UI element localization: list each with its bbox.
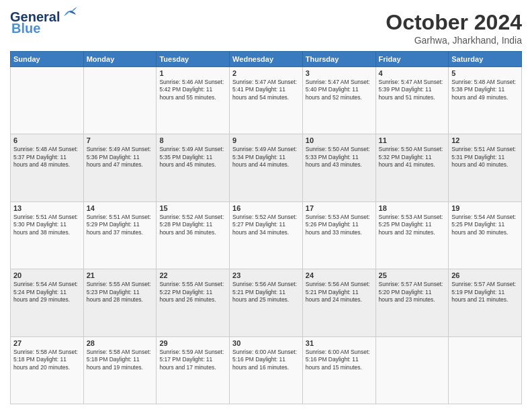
cell-info: Sunrise: 5:47 AM Sunset: 5:40 PM Dayligh… [306,79,373,101]
calendar-cell: 11Sunrise: 5:50 AM Sunset: 5:32 PM Dayli… [375,134,449,201]
cell-info: Sunrise: 5:51 AM Sunset: 5:31 PM Dayligh… [451,146,519,169]
cell-info: Sunrise: 5:52 AM Sunset: 5:28 PM Dayligh… [159,214,226,236]
logo: General Blue [10,10,77,36]
cell-info: Sunrise: 5:58 AM Sunset: 5:18 PM Dayligh… [13,349,81,371]
cell-info: Sunrise: 5:50 AM Sunset: 5:32 PM Dayligh… [379,146,446,169]
cell-info: Sunrise: 5:59 AM Sunset: 5:17 PM Dayligh… [159,349,226,371]
day-number: 2 [232,69,300,77]
calendar-cell: 22Sunrise: 5:55 AM Sunset: 5:22 PM Dayli… [157,269,230,336]
day-number: 31 [306,339,373,347]
day-number: 10 [306,136,373,144]
calendar-cell: 3Sunrise: 5:47 AM Sunset: 5:40 PM Daylig… [302,67,375,134]
calendar-header-saturday: Saturday [449,52,522,67]
cell-info: Sunrise: 5:58 AM Sunset: 5:18 PM Dayligh… [87,349,154,371]
calendar-cell: 16Sunrise: 5:52 AM Sunset: 5:27 PM Dayli… [230,201,303,269]
cell-info: Sunrise: 5:54 AM Sunset: 5:24 PM Dayligh… [13,281,81,304]
calendar-cell: 9Sunrise: 5:49 AM Sunset: 5:34 PM Daylig… [230,134,303,201]
calendar-cell: 1Sunrise: 5:46 AM Sunset: 5:42 PM Daylig… [157,67,230,134]
day-number: 6 [13,136,81,144]
day-number: 27 [13,339,81,347]
day-number: 9 [232,136,300,144]
calendar-cell: 15Sunrise: 5:52 AM Sunset: 5:28 PM Dayli… [157,201,230,269]
day-number: 1 [159,69,226,77]
calendar-cell: 18Sunrise: 5:53 AM Sunset: 5:25 PM Dayli… [375,201,449,269]
day-number: 12 [451,136,519,144]
day-number: 15 [159,204,226,212]
calendar-cell: 24Sunrise: 5:56 AM Sunset: 5:21 PM Dayli… [302,269,375,336]
day-number: 5 [451,69,519,77]
cell-info: Sunrise: 5:54 AM Sunset: 5:25 PM Dayligh… [451,214,519,236]
cell-info: Sunrise: 6:00 AM Sunset: 5:16 PM Dayligh… [232,349,300,371]
calendar-cell: 10Sunrise: 5:50 AM Sunset: 5:33 PM Dayli… [302,134,375,201]
day-number: 13 [13,204,81,212]
month-title: October 2024 [386,10,522,35]
cell-info: Sunrise: 5:47 AM Sunset: 5:39 PM Dayligh… [379,79,446,101]
calendar-week-1: 1Sunrise: 5:46 AM Sunset: 5:42 PM Daylig… [11,67,522,134]
day-number: 21 [87,271,154,279]
day-number: 7 [87,136,154,144]
calendar-cell: 14Sunrise: 5:51 AM Sunset: 5:29 PM Dayli… [83,201,157,269]
day-number: 29 [159,339,226,347]
day-number: 26 [451,271,519,279]
cell-info: Sunrise: 5:50 AM Sunset: 5:33 PM Dayligh… [306,146,373,169]
cell-info: Sunrise: 5:48 AM Sunset: 5:37 PM Dayligh… [13,146,81,169]
cell-info: Sunrise: 5:52 AM Sunset: 5:27 PM Dayligh… [232,214,300,236]
location: Garhwa, Jharkhand, India [386,35,522,46]
day-number: 14 [87,204,154,212]
calendar-cell: 17Sunrise: 5:53 AM Sunset: 5:26 PM Dayli… [302,201,375,269]
day-number: 23 [232,271,300,279]
calendar-header-row: SundayMondayTuesdayWednesdayThursdayFrid… [11,52,522,67]
calendar-cell: 29Sunrise: 5:59 AM Sunset: 5:17 PM Dayli… [157,336,230,404]
calendar-header-thursday: Thursday [302,52,375,67]
calendar-cell [375,336,449,404]
logo-blue: Blue [11,21,40,36]
cell-info: Sunrise: 5:46 AM Sunset: 5:42 PM Dayligh… [159,79,226,101]
calendar-cell [11,67,84,134]
logo-bird-icon [62,7,77,19]
cell-info: Sunrise: 5:49 AM Sunset: 5:36 PM Dayligh… [87,146,154,169]
calendar-cell: 21Sunrise: 5:55 AM Sunset: 5:23 PM Dayli… [83,269,157,336]
calendar-cell: 13Sunrise: 5:51 AM Sunset: 5:30 PM Dayli… [11,201,84,269]
day-number: 24 [306,271,373,279]
title-section: October 2024 Garhwa, Jharkhand, India [386,10,522,46]
calendar-week-5: 27Sunrise: 5:58 AM Sunset: 5:18 PM Dayli… [11,336,522,404]
day-number: 18 [379,204,446,212]
calendar-cell: 5Sunrise: 5:48 AM Sunset: 5:38 PM Daylig… [449,67,522,134]
day-number: 3 [306,69,373,77]
day-number: 20 [13,271,81,279]
calendar-header-wednesday: Wednesday [230,52,303,67]
cell-info: Sunrise: 5:53 AM Sunset: 5:26 PM Dayligh… [306,214,373,236]
calendar-cell [83,67,157,134]
cell-info: Sunrise: 5:49 AM Sunset: 5:35 PM Dayligh… [159,146,226,169]
cell-info: Sunrise: 5:57 AM Sunset: 5:20 PM Dayligh… [379,281,446,304]
calendar-cell: 12Sunrise: 5:51 AM Sunset: 5:31 PM Dayli… [449,134,522,201]
calendar-cell: 25Sunrise: 5:57 AM Sunset: 5:20 PM Dayli… [375,269,449,336]
calendar-week-2: 6Sunrise: 5:48 AM Sunset: 5:37 PM Daylig… [11,134,522,201]
header: General Blue October 2024 Garhwa, Jharkh… [10,10,522,46]
day-number: 8 [159,136,226,144]
calendar-cell: 30Sunrise: 6:00 AM Sunset: 5:16 PM Dayli… [230,336,303,404]
cell-info: Sunrise: 5:56 AM Sunset: 5:21 PM Dayligh… [306,281,373,304]
calendar-header-sunday: Sunday [11,52,84,67]
calendar-header-friday: Friday [375,52,449,67]
calendar-cell: 27Sunrise: 5:58 AM Sunset: 5:18 PM Dayli… [11,336,84,404]
calendar-cell: 19Sunrise: 5:54 AM Sunset: 5:25 PM Dayli… [449,201,522,269]
cell-info: Sunrise: 5:48 AM Sunset: 5:38 PM Dayligh… [451,79,519,101]
calendar-cell: 23Sunrise: 5:56 AM Sunset: 5:21 PM Dayli… [230,269,303,336]
calendar: SundayMondayTuesdayWednesdayThursdayFrid… [10,51,522,404]
day-number: 25 [379,271,446,279]
day-number: 22 [159,271,226,279]
cell-info: Sunrise: 5:51 AM Sunset: 5:30 PM Dayligh… [13,214,81,236]
day-number: 4 [379,69,446,77]
day-number: 19 [451,204,519,212]
cell-info: Sunrise: 6:00 AM Sunset: 5:16 PM Dayligh… [306,349,373,371]
cell-info: Sunrise: 5:56 AM Sunset: 5:21 PM Dayligh… [232,281,300,304]
calendar-cell: 31Sunrise: 6:00 AM Sunset: 5:16 PM Dayli… [302,336,375,404]
cell-info: Sunrise: 5:57 AM Sunset: 5:19 PM Dayligh… [451,281,519,304]
calendar-cell: 28Sunrise: 5:58 AM Sunset: 5:18 PM Dayli… [83,336,157,404]
calendar-header-tuesday: Tuesday [157,52,230,67]
calendar-cell: 6Sunrise: 5:48 AM Sunset: 5:37 PM Daylig… [11,134,84,201]
calendar-week-3: 13Sunrise: 5:51 AM Sunset: 5:30 PM Dayli… [11,201,522,269]
cell-info: Sunrise: 5:55 AM Sunset: 5:22 PM Dayligh… [159,281,226,304]
calendar-cell: 8Sunrise: 5:49 AM Sunset: 5:35 PM Daylig… [157,134,230,201]
